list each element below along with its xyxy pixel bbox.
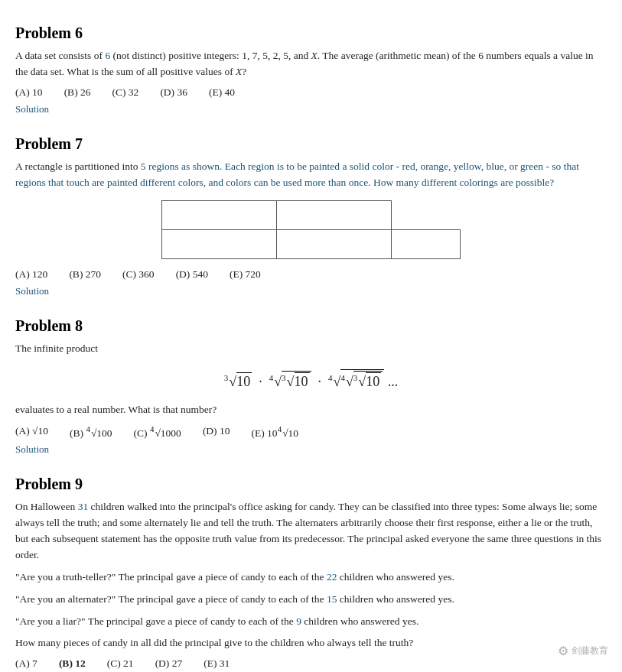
answer-a: (A) √10 — [15, 425, 48, 437]
answer-e: (E) 40 — [209, 86, 235, 99]
problem-8-intro: The infinite product — [15, 341, 607, 357]
answer-c: (C) 32 — [112, 86, 139, 99]
problem-8-math: 3√10 · 4√3√10 · 4√4√3√10 ... — [15, 369, 607, 390]
answer-a: (A) 7 — [15, 657, 37, 670]
region-3 — [162, 229, 277, 258]
highlight-num: 6 — [105, 50, 110, 61]
problem-8-solution[interactable]: Solution — [15, 443, 49, 456]
problem-7-diagram — [15, 200, 607, 259]
rectangle-partition — [161, 200, 461, 259]
problem-8-tail: evaluates to a real number. What is that… — [15, 402, 607, 418]
problem-7-text: A rectangle is partitioned into 5 region… — [15, 159, 607, 191]
problem-7-answers: (A) 120 (B) 270 (C) 360 (D) 540 (E) 720 — [15, 268, 607, 281]
watermark: ⚙ 剑藤教育 — [558, 644, 608, 658]
region-4 — [277, 229, 392, 258]
answer-e: (E) 31 — [204, 657, 230, 670]
problem-6-answers: (A) 10 (B) 26 (C) 32 (D) 36 (E) 40 — [15, 86, 607, 99]
problem-7-solution[interactable]: Solution — [15, 285, 49, 297]
answer-b: (B) 4√100 — [70, 424, 112, 440]
answer-d: (D) 540 — [176, 268, 208, 281]
answer-b: (B) 12 — [59, 657, 86, 670]
problem-9-p5: How many pieces of candy in all did the … — [15, 635, 607, 651]
watermark-icon: ⚙ — [558, 644, 568, 658]
answer-a: (A) 10 — [15, 86, 43, 99]
problem-8-title: Problem 8 — [15, 317, 607, 335]
highlight-5: 5 — [141, 161, 146, 172]
problem-9-p3: "Are you an alternater?" The principal g… — [15, 592, 607, 608]
answer-d: (D) 10 — [203, 425, 230, 437]
answer-d: (D) 36 — [160, 86, 187, 99]
region-2 — [277, 200, 392, 229]
answer-e: (E) 104√10 — [252, 424, 299, 440]
answer-c: (C) 360 — [122, 268, 155, 281]
watermark-text: 剑藤教育 — [572, 644, 608, 657]
problem-8-answers: (A) √10 (B) 4√100 (C) 4√1000 (D) 10 (E) … — [15, 424, 607, 440]
problem-6: Problem 6 A data set consists of 6 (not … — [15, 24, 607, 123]
problem-9-p2: "Are you a truth-teller?" The principal … — [15, 570, 607, 586]
problem-9-title: Problem 9 — [15, 476, 607, 493]
region-5 — [392, 229, 461, 258]
answer-c: (C) 21 — [107, 657, 134, 670]
problem-6-text: A data set consists of 6 (not distinct) … — [15, 48, 607, 80]
problem-8: Problem 8 The infinite product 3√10 · 4√… — [15, 317, 607, 463]
problem-6-solution[interactable]: Solution — [15, 103, 49, 115]
problem-6-title: Problem 6 — [15, 24, 607, 42]
answer-a: (A) 120 — [15, 268, 47, 281]
problem-9-p4: "Are you a liar?" The principal gave a p… — [15, 614, 607, 630]
problem-7-title: Problem 7 — [15, 135, 607, 153]
answer-b: (B) 26 — [64, 86, 91, 99]
problem-7: Problem 7 A rectangle is partitioned int… — [15, 135, 607, 305]
answer-c: (C) 4√1000 — [134, 424, 181, 440]
region-1 — [162, 200, 277, 229]
problem-9-p1: On Halloween 31 children walked into the… — [15, 499, 607, 563]
answer-e: (E) 720 — [230, 268, 261, 281]
math-expression: 3√10 · 4√3√10 · 4√4√3√10 ... — [224, 374, 398, 389]
answer-d: (D) 27 — [155, 657, 183, 670]
problem-9-answers: (A) 7 (B) 12 (C) 21 (D) 27 (E) 31 — [15, 657, 607, 670]
answer-b: (B) 270 — [69, 268, 101, 281]
problem-9: Problem 9 On Halloween 31 children walke… — [15, 476, 607, 672]
